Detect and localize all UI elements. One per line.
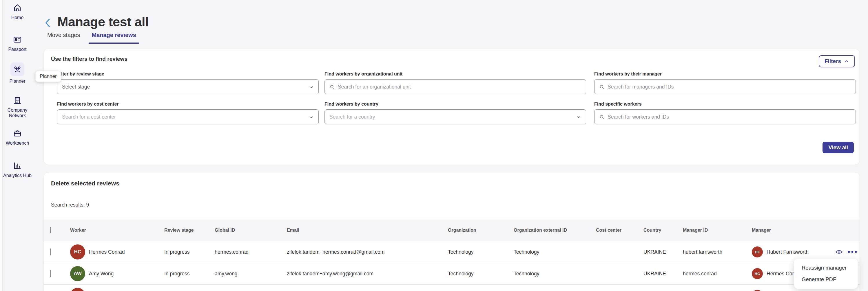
column-header-email: Email [287,228,448,233]
company-network-icon [12,96,22,105]
more-options-button[interactable] [847,251,857,253]
manager-id-cell: hubert.farnsworth [683,249,752,255]
org-unit-search-input[interactable] [338,84,573,90]
avatar: HF [752,247,763,257]
table-header: Worker Review stage Global ID Email Orga… [44,220,860,241]
manager-search-box [594,79,856,94]
filters-panel: Use the filters to find reviews Filters … [43,48,860,165]
sidebar-item-passport[interactable]: Passport [0,35,35,52]
filters-toggle-button[interactable]: Filters [819,55,855,67]
tab-manage-reviews[interactable]: Manage reviews [89,30,139,44]
email-cell: zifelok.tandem+hermes.conrad@gmail.com [287,249,448,255]
table-row: HC Hermes Conrad In progress hermes.conr… [44,241,860,263]
menu-item-generate-pdf[interactable]: Generate PDF [794,274,858,285]
row-checkbox[interactable] [50,270,51,277]
avatar: AW [70,266,85,281]
avatar: HC [752,268,763,279]
planner-icon [10,63,24,76]
search-icon [599,84,604,90]
sidebar-item-label: Home [11,15,24,20]
review-stage-value: Select stage [62,84,90,90]
column-header-organization: Organization [448,228,514,233]
worker-cell [70,288,164,291]
sidebar-item-company-network[interactable]: Company Network [0,96,35,118]
chevron-up-icon [844,59,849,64]
review-stage-select[interactable]: Select stage [57,79,319,94]
organization-external-id-cell: Technology [514,249,596,255]
chevron-down-icon [576,114,581,121]
chevron-down-icon [309,84,314,91]
worker-name: Hermes Conrad [89,249,125,255]
filter-review-stage: Filter by review stage Select stage [57,71,319,94]
filters-toggle-label: Filters [825,58,841,65]
country-cell: UKRAINE [644,249,683,255]
filter-label: Find specific workers [594,102,856,107]
filter-specific-workers: Find specific workers [594,102,856,124]
global-id-cell: hermes.conrad [215,249,287,255]
eye-icon [835,248,843,256]
sidebar-item-label: Analytics Hub [3,173,32,178]
country-select [324,109,586,124]
manage-reviews-page: Home Passport Planner Company Network Wo [0,0,868,291]
tab-move-stages[interactable]: Move stages [44,30,83,44]
filter-manager: Find workers by their manager [594,71,856,94]
back-chevron-icon [43,17,52,28]
workers-search-box [594,109,856,124]
filters-heading: Use the filters to find reviews [51,56,127,62]
sidebar-item-label: Workbench [6,140,29,146]
sidebar-item-workbench[interactable]: Workbench [0,129,35,146]
search-results-count: Search results: 9 [51,202,89,208]
column-header-review-stage: Review stage [164,228,215,233]
row-checkbox[interactable] [50,249,51,255]
view-all-button[interactable]: View all [823,142,854,153]
sidebar-item-label: Passport [8,46,26,52]
cost-center-input[interactable] [62,114,306,120]
row-actions [829,248,860,256]
country-input[interactable] [330,114,573,120]
planner-tooltip: Planner [35,71,61,82]
passport-icon [12,35,22,44]
worker-cell: HC Hermes Conrad [70,245,164,259]
avatar [752,290,763,291]
view-review-button[interactable] [835,248,843,256]
workbench-icon [12,129,22,138]
ellipsis-icon [847,251,857,253]
filter-label: Find workers by country [324,102,586,107]
table-row: AW Amy Wong In progress amy.wong zifelok… [44,263,860,285]
menu-item-reassign-manager[interactable]: Reassign manager [794,262,858,274]
sidebar-item-analytics-hub[interactable]: Analytics Hub [0,161,35,178]
organization-cell: Technology [448,249,514,255]
sidebar-item-home[interactable]: Home [0,3,35,20]
back-button[interactable] [43,17,53,29]
filter-label: Find workers by cost center [57,102,319,107]
manager-cell: HF Hubert Farnsworth [752,247,829,257]
tab-bar: Move stages Manage reviews [44,30,139,44]
sidebar-item-label: Company Network [2,107,32,118]
column-header-global-id: Global ID [215,228,287,233]
filter-organizational-unit: Find workers by organizational unit [324,71,586,94]
manager-id-cell: hermes.conrad [683,271,752,277]
manager-cell [752,290,829,291]
organization-cell: Technology [448,271,514,277]
review-stage-cell: In progress [164,249,215,255]
select-all-checkbox[interactable] [50,227,51,233]
avatar: HC [70,245,85,259]
global-id-cell: amy.wong [215,271,287,277]
chevron-down-icon [309,114,314,121]
column-header-organization-external-id: Organization external ID [514,228,596,233]
filter-label: Find workers by organizational unit [324,71,586,77]
organization-external-id-cell: Technology [514,271,596,277]
column-header-country: Country [644,228,683,233]
manager-name: Hubert Farnsworth [767,249,809,255]
column-header-cost-center: Cost center [596,228,644,233]
search-icon [599,114,604,120]
country-cell: UKRAINE [644,271,683,277]
manager-search-input[interactable] [608,84,843,90]
filter-label: Find workers by their manager [594,71,856,77]
column-header-manager-id: Manager ID [683,228,752,233]
sidebar-item-planner[interactable]: Planner [0,63,35,84]
home-icon [12,3,22,13]
cost-center-select [57,109,319,124]
worker-cell: AW Amy Wong [70,266,164,281]
workers-search-input[interactable] [608,114,843,120]
